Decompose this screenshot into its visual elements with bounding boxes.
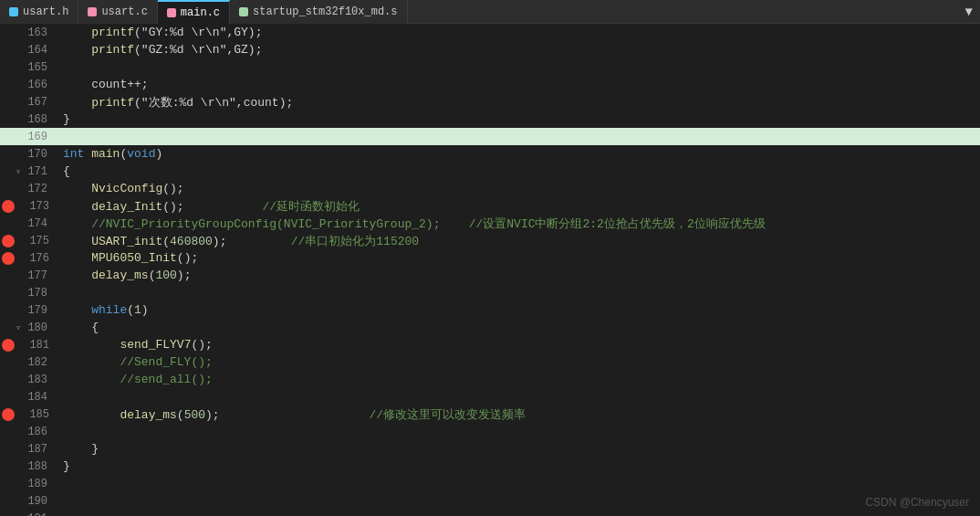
breakpoint-empty — [0, 165, 13, 178]
breakpoint-empty — [0, 113, 13, 126]
breakpoint-empty — [0, 495, 13, 508]
line-number-area: 181 — [0, 339, 59, 352]
breakpoint-indicator[interactable] — [2, 339, 15, 352]
table-row: 181 send_FLYV7(); — [0, 336, 980, 353]
line-number-label: 189 — [24, 478, 53, 490]
tab-overflow-button[interactable]: ▼ — [958, 5, 980, 19]
editor-container: usart.h usart.c main.c startup_stm32f10x… — [0, 0, 980, 516]
tab-main-c[interactable]: main.c — [158, 0, 230, 24]
line-code: //send_all(); — [59, 373, 980, 386]
breakpoint-indicator[interactable] — [2, 200, 15, 213]
line-code: //NVIC_PriorityGroupConfig(NVIC_Priority… — [59, 216, 980, 232]
line-number-area: 163 — [0, 26, 59, 39]
line-number-label: 178 — [24, 287, 53, 300]
table-row: 191 — [0, 510, 980, 516]
table-row: 188} — [0, 458, 980, 475]
breakpoint-empty — [0, 478, 13, 490]
fold-gutter[interactable]: ▿ — [13, 166, 24, 177]
line-number-label: 164 — [24, 44, 53, 57]
table-row: 185 delay_ms(500); //修改这里可以改变发送频率 — [0, 405, 980, 423]
table-row: 186 — [0, 423, 980, 440]
breakpoint-empty — [0, 374, 13, 386]
breakpoint-empty — [0, 356, 13, 369]
tab-icon-c2 — [167, 8, 176, 17]
line-number-label: 169 — [24, 131, 53, 143]
tab-label-usart-c: usart.c — [101, 5, 147, 18]
fold-icon[interactable]: ▿ — [16, 166, 21, 177]
line-number-area: 173 — [0, 200, 59, 213]
tab-usart-h[interactable]: usart.h — [0, 0, 78, 24]
line-number-area: 166 — [0, 79, 59, 91]
code-scroll[interactable]: 163 printf("GY:%d \r\n",GY);164 printf("… — [0, 24, 980, 516]
fold-icon[interactable]: ▿ — [16, 322, 21, 333]
line-code: int main(void) — [59, 147, 980, 161]
line-number-area: 172 — [0, 183, 59, 195]
table-row: 183 //send_all(); — [0, 371, 980, 388]
line-number-label: 181 — [26, 339, 55, 352]
breakpoint-empty — [0, 148, 13, 161]
line-number-area: 184 — [0, 391, 59, 404]
line-code — [59, 425, 980, 438]
line-code — [59, 511, 980, 516]
line-code: } — [59, 459, 980, 473]
line-code — [59, 390, 980, 404]
line-code: count++; — [59, 78, 980, 91]
line-number-area: 169 — [0, 131, 59, 143]
line-number-area: 182 — [0, 356, 59, 369]
breakpoint-empty — [0, 44, 13, 57]
fold-gutter[interactable]: ▿ — [13, 322, 24, 333]
line-code: while(1) — [59, 303, 980, 317]
line-number-label: 163 — [24, 26, 53, 39]
line-number-label: 171 — [24, 165, 53, 178]
line-number-area: 178 — [0, 287, 59, 300]
line-code — [59, 60, 980, 74]
line-number-area: 174 — [0, 217, 59, 230]
table-row: 163 printf("GY:%d \r\n",GY); — [0, 24, 980, 41]
line-number-label: 179 — [24, 304, 53, 317]
breakpoint-indicator[interactable] — [2, 252, 15, 265]
line-number-label: 170 — [24, 148, 53, 161]
line-code: { — [59, 164, 980, 178]
tab-label-main-c: main.c — [181, 6, 220, 19]
table-row: 164 printf("GZ:%d \r\n",GZ); — [0, 41, 980, 58]
table-row: 168} — [0, 111, 980, 128]
line-number-label: 168 — [24, 113, 53, 126]
tab-icon-h — [9, 7, 18, 16]
line-number-label: 187 — [24, 443, 53, 456]
tab-usart-c[interactable]: usart.c — [78, 0, 157, 24]
line-number-area: 191 — [0, 512, 59, 517]
tab-label-usart-h: usart.h — [23, 5, 68, 18]
table-row: 170int main(void) — [0, 145, 980, 163]
line-number-area: 167 — [0, 96, 59, 109]
breakpoint-empty — [0, 61, 13, 74]
table-row: 182 //Send_FLY(); — [0, 353, 980, 371]
line-number-area: 164 — [0, 44, 59, 57]
table-row: 166 count++; — [0, 76, 980, 93]
breakpoint-empty — [0, 304, 13, 317]
line-number-area: ▿171 — [0, 165, 59, 178]
line-number-label: 173 — [26, 200, 55, 213]
table-row: 176 MPU6050_Init(); — [0, 249, 980, 267]
breakpoint-indicator[interactable] — [2, 235, 15, 247]
breakpoint-empty — [0, 217, 13, 230]
line-number-label: 167 — [24, 96, 53, 109]
tab-bar: usart.h usart.c main.c startup_stm32f10x… — [0, 0, 980, 24]
table-row: 177 delay_ms(100); — [0, 267, 980, 284]
tab-startup[interactable]: startup_stm32f10x_md.s — [230, 0, 407, 24]
line-number-label: 176 — [26, 252, 55, 265]
line-number-area: 176 — [0, 252, 59, 265]
breakpoint-empty — [0, 183, 13, 195]
line-code: printf("GY:%d \r\n",GY); — [59, 26, 980, 39]
table-row: 173 delay_Init(); //延时函数初始化 — [0, 197, 980, 215]
line-number-label: 180 — [24, 321, 53, 334]
line-number-area: 165 — [0, 61, 59, 74]
table-row: 179 while(1) — [0, 301, 980, 319]
line-number-label: 191 — [24, 512, 53, 517]
table-row: 165 — [0, 58, 980, 76]
line-code: USART_init(460800); //串口初始化为115200 — [59, 233, 980, 249]
table-row: 190 — [0, 492, 980, 510]
line-code — [59, 286, 980, 300]
breakpoint-indicator[interactable] — [2, 408, 15, 421]
table-row: 172 NvicConfig(); — [0, 180, 980, 197]
line-number-label: 165 — [24, 61, 53, 74]
